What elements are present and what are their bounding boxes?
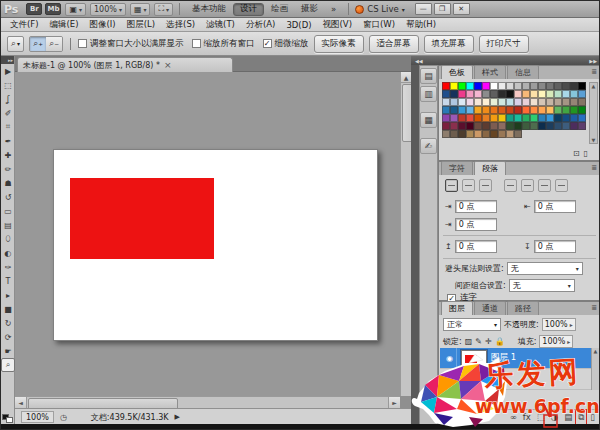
color-swatch-66[interactable] xyxy=(538,106,546,114)
3d-object-rotate-tool[interactable]: ↻ xyxy=(1,316,15,330)
indent-left-field[interactable]: ⇥ 0 点 xyxy=(445,200,497,213)
brush-tool[interactable]: ✏ xyxy=(1,162,15,176)
color-swatch-29[interactable] xyxy=(530,90,538,98)
space-after-field[interactable]: ↧ 0 点 xyxy=(524,240,576,253)
color-swatch-10[interactable] xyxy=(522,82,530,90)
color-swatch-45[interactable] xyxy=(514,98,522,106)
layers-scrollbar[interactable]: ▲ xyxy=(591,348,599,390)
color-swatch-3[interactable] xyxy=(466,82,474,90)
zoom-all-windows-checkbox[interactable]: 缩放所有窗口 xyxy=(192,38,255,50)
horizontal-type-tool[interactable]: T xyxy=(1,274,15,288)
color-swatch-19[interactable] xyxy=(450,90,458,98)
color-swatch-44[interactable] xyxy=(506,98,514,106)
workspace-设计[interactable]: 设计 xyxy=(233,3,264,16)
new-group-button[interactable]: ▤ xyxy=(564,412,572,422)
color-swatch-49[interactable] xyxy=(546,98,554,106)
color-swatch-65[interactable] xyxy=(530,106,538,114)
move-tool[interactable]: ▶ xyxy=(1,64,15,78)
panel-menu-icon[interactable]: ≣ xyxy=(591,304,597,312)
color-swatch-84[interactable] xyxy=(538,114,546,122)
color-swatch-24[interactable] xyxy=(490,90,498,98)
color-swatch-105[interactable] xyxy=(562,122,570,130)
color-swatch-107[interactable] xyxy=(578,122,586,130)
color-swatch-52[interactable] xyxy=(570,98,578,106)
color-swatch-100[interactable] xyxy=(522,122,530,130)
color-swatch-63[interactable] xyxy=(514,106,522,114)
color-swatch-39[interactable] xyxy=(466,98,474,106)
scrubby-zoom-checkbox[interactable]: ✓细微缩放 xyxy=(263,38,309,50)
add-layer-mask-button[interactable]: ⬚ xyxy=(537,412,545,422)
slider-arrow-icon[interactable]: ▸ xyxy=(567,338,570,345)
collapsed-panel-button-3[interactable]: ▦ xyxy=(420,112,437,128)
collapsed-panel-button-1[interactable]: ▤ xyxy=(420,68,437,84)
gradient-tool[interactable]: ▤ xyxy=(1,218,15,232)
color-swatch-85[interactable] xyxy=(546,114,554,122)
color-swatch-28[interactable] xyxy=(522,90,530,98)
color-swatch-42[interactable] xyxy=(490,98,498,106)
justify-last-left-button[interactable] xyxy=(504,179,517,192)
adjustment-layer-button[interactable]: ◑ xyxy=(551,412,558,422)
lasso-tool[interactable]: ʆ xyxy=(1,92,15,106)
tab-图层[interactable]: 图层 xyxy=(441,301,473,315)
color-swatch-46[interactable] xyxy=(522,98,530,106)
tab-通道[interactable]: 通道 xyxy=(474,301,506,315)
menu-分析[interactable]: 分析(A) xyxy=(241,19,280,31)
scroll-up-icon[interactable]: ▲ xyxy=(401,72,411,83)
justify-last-right-button[interactable] xyxy=(538,179,551,192)
menu-3D[interactable]: 3D(D) xyxy=(281,20,316,30)
screen-mode-button[interactable]: ⛶ ▾ xyxy=(154,3,173,16)
options-button-打印尺寸[interactable]: 打印尺寸 xyxy=(479,35,529,53)
color-swatch-58[interactable] xyxy=(474,106,482,114)
tab-信息[interactable]: 信息 xyxy=(507,65,539,79)
color-swatch-76[interactable] xyxy=(474,114,482,122)
color-swatch-79[interactable] xyxy=(498,114,506,122)
arrange-documents-button[interactable]: ▦ ▾ xyxy=(130,3,151,16)
workspace-overflow-icon[interactable]: » xyxy=(325,3,342,16)
workspace-绘画[interactable]: 绘画 xyxy=(265,3,294,16)
color-swatch-61[interactable] xyxy=(498,106,506,114)
lock-pixels-icon[interactable]: ✎ xyxy=(475,337,482,346)
scroll-left-icon[interactable]: ◄ xyxy=(15,397,27,408)
color-swatch-56[interactable] xyxy=(458,106,466,114)
color-swatch-20[interactable] xyxy=(458,90,466,98)
color-swatch-43[interactable] xyxy=(498,98,506,106)
color-swatch-4[interactable] xyxy=(474,82,482,90)
color-swatch-37[interactable] xyxy=(450,98,458,106)
color-swatch-59[interactable] xyxy=(482,106,490,114)
menu-文件[interactable]: 文件(F) xyxy=(5,19,44,31)
color-swatch-14[interactable] xyxy=(554,82,562,90)
color-swatch-18[interactable] xyxy=(442,90,450,98)
color-swatch-115[interactable] xyxy=(498,130,506,138)
fill-field[interactable]: 100% ▸ xyxy=(539,335,573,348)
delete-layer-button[interactable]: ▯ xyxy=(590,412,595,422)
tools-panel-collapse[interactable]: ▸▸ xyxy=(1,56,14,64)
document-tab[interactable]: 未标题-1 @ 100% (图层 1, RGB/8) * × xyxy=(17,57,233,72)
color-swatch-51[interactable] xyxy=(562,98,570,106)
color-swatch-83[interactable] xyxy=(530,114,538,122)
color-swatch-98[interactable] xyxy=(506,122,514,130)
color-swatch-101[interactable] xyxy=(530,122,538,130)
color-swatch-54[interactable] xyxy=(442,106,450,114)
color-swatch-38[interactable] xyxy=(458,98,466,106)
eyedropper-tool[interactable]: ✒ xyxy=(1,134,15,148)
color-swatch-48[interactable] xyxy=(538,98,546,106)
color-swatch-82[interactable] xyxy=(522,114,530,122)
color-swatch-11[interactable] xyxy=(530,82,538,90)
color-swatch-109[interactable] xyxy=(450,130,458,138)
color-swatch-110[interactable] xyxy=(458,130,466,138)
color-swatch-36[interactable] xyxy=(442,98,450,106)
zoom-out-toggle[interactable]: ⌕₋ xyxy=(46,37,62,51)
scroll-down-icon[interactable]: ▼ xyxy=(590,137,597,143)
color-swatch-35[interactable] xyxy=(578,90,586,98)
color-swatch-117[interactable] xyxy=(514,130,522,138)
view-extras-button[interactable]: ▣ ▾ xyxy=(65,3,86,16)
spot-healing-brush-tool[interactable]: ✚ xyxy=(1,148,15,162)
color-swatch-92[interactable] xyxy=(458,122,466,130)
color-swatch-67[interactable] xyxy=(546,106,554,114)
crop-tool[interactable]: ⌗ xyxy=(1,120,15,134)
align-right-button[interactable] xyxy=(479,179,492,192)
path-selection-tool[interactable]: ▸ xyxy=(1,288,15,302)
tab-段落[interactable]: 段落 xyxy=(474,161,506,175)
swatches-scrollbar[interactable]: ▲ ▼ xyxy=(589,82,598,144)
menu-选择[interactable]: 选择(S) xyxy=(161,19,200,31)
